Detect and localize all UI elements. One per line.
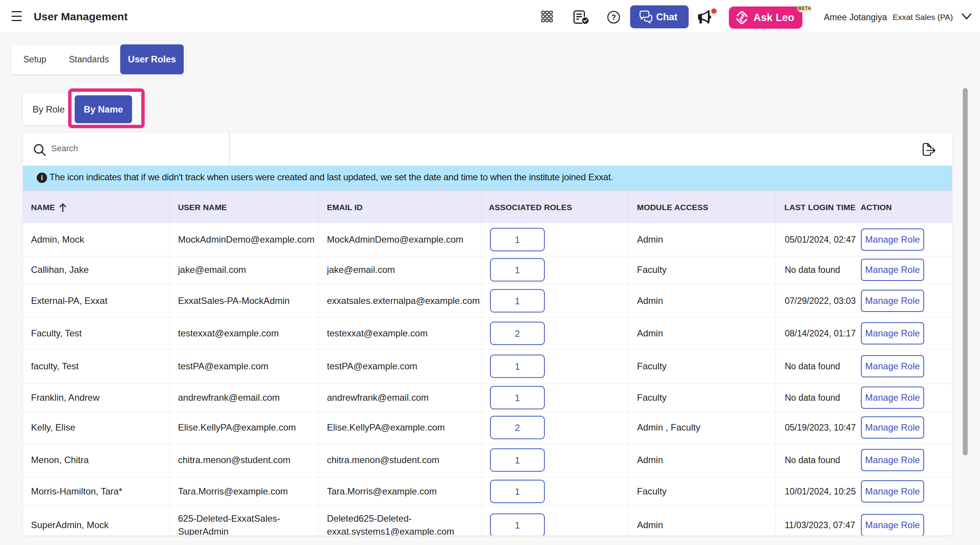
- svg-text:?: ?: [611, 13, 616, 21]
